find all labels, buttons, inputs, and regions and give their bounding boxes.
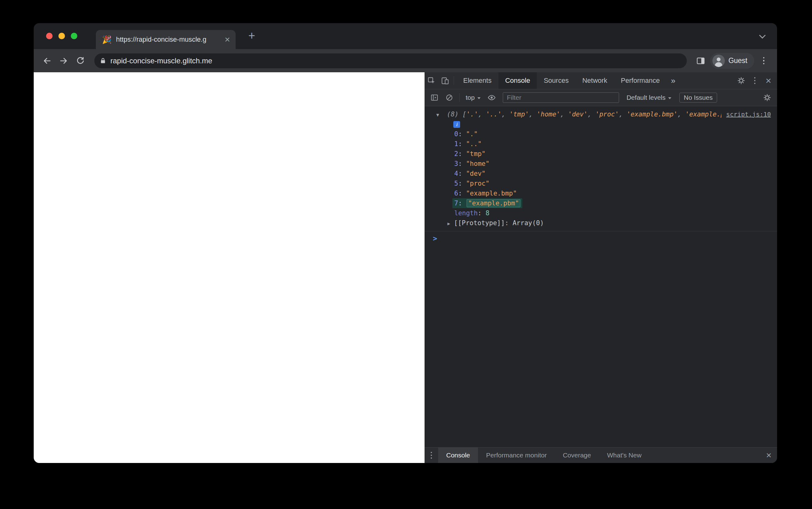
prototype-row[interactable]: ▶[[Prototype]]: Array(0) [425,218,777,229]
devtools-tabs: ElementsConsoleSourcesNetworkPerformance [457,72,667,89]
console-message: ▼ (8) ['.', '..', 'tmp', 'home', 'dev', … [425,109,777,231]
new-tab-button[interactable]: + [247,28,256,43]
back-button[interactable] [40,54,54,68]
kebab-icon [429,450,434,461]
devtools-settings-button[interactable] [735,74,748,88]
devtools-tabbar: ElementsConsoleSourcesNetworkPerformance… [425,72,777,89]
devtools-tab-sources[interactable]: Sources [537,72,575,89]
console-prompt-icon: > [433,234,437,242]
minimize-window-button[interactable] [58,33,65,39]
levels-selector[interactable]: Default levels [623,94,675,101]
array-item-7: 7: "example.pbm" [425,198,777,208]
drawer-tab-what-s-new[interactable]: What's New [599,447,649,463]
chevron-down-icon [668,97,671,99]
page-content [34,72,425,463]
devtools-menu-button[interactable] [748,74,761,88]
array-item-4: 4: "dev" [425,169,777,178]
tab-title: https://rapid-concise-muscle.g [116,36,219,43]
disclosure-closed-icon[interactable]: ▶ [447,221,450,227]
forward-icon [61,58,66,63]
drawer-tab-console[interactable]: Console [438,447,478,463]
browser-window: 🎉 https://rapid-concise-muscle.g × + rap… [34,23,777,463]
zoom-window-button[interactable] [71,33,77,39]
kebab-icon [752,75,757,86]
devtools-tab-console[interactable]: Console [498,72,537,89]
length-value: 8 [486,209,490,217]
clear-console-button[interactable] [442,91,456,104]
devtools-tab-performance[interactable]: Performance [614,72,667,89]
reload-icon [76,56,85,66]
issues-badge[interactable]: No Issues [679,93,717,103]
browser-menu-button[interactable] [757,54,771,68]
chevron-down-icon [477,97,480,99]
device-toolbar-button[interactable] [438,74,452,88]
drawer-tab-coverage[interactable]: Coverage [555,447,599,463]
levels-label: Default levels [626,94,665,101]
prototype-value: Array(0) [513,219,544,227]
traffic-lights [46,33,77,39]
drawer-menu-button[interactable] [425,448,438,462]
back-icon [44,58,50,63]
drawer-bar: ConsolePerformance monitorCoverageWhat's… [425,447,777,463]
console-settings-button[interactable] [760,91,774,104]
filter-input[interactable] [503,92,619,103]
browser-tab[interactable]: 🎉 https://rapid-concise-muscle.g × [96,30,236,49]
live-expression-button[interactable] [485,91,498,104]
close-window-button[interactable] [46,33,53,39]
array-item-1: 1: ".." [425,139,777,149]
side-panel-icon [696,56,705,66]
tab-favicon-icon: 🎉 [102,36,112,43]
array-preview: (8) ['.', '..', 'tmp', 'home', 'dev', 'p… [447,109,721,119]
context-selector[interactable]: top [463,94,483,101]
inspect-icon [427,77,436,85]
url-text: rapid-concise-muscle.glitch.me [111,57,212,65]
window-content: ElementsConsoleSourcesNetworkPerformance… [34,72,777,463]
tab-strip: 🎉 https://rapid-concise-muscle.g × + [34,23,777,49]
profile-button[interactable]: Guest [710,53,754,69]
forward-button[interactable] [57,54,71,68]
profile-label: Guest [728,57,747,65]
tab-search-chevron-icon[interactable] [758,32,766,40]
devtools-tabbar-right: × [735,74,777,88]
address-bar[interactable]: rapid-concise-muscle.glitch.me [94,54,687,68]
array-preview-row[interactable]: ▼ (8) ['.', '..', 'tmp', 'home', 'dev', … [425,109,777,120]
drawer-close-button[interactable]: × [760,451,777,460]
array-item-5: 5: "proc" [425,178,777,189]
array-item-0: 0: "." [425,129,777,139]
reload-button[interactable] [73,54,88,68]
tab-close-icon[interactable]: × [223,35,231,44]
context-label: top [466,94,475,101]
console-sidebar-button[interactable] [428,91,441,104]
eye-icon [487,93,496,102]
array-length-row: length: 8 [425,208,777,218]
evaluated-info-row: i [425,120,777,129]
info-icon[interactable]: i [453,121,460,128]
drawer-tab-performance-monitor[interactable]: Performance monitor [478,447,555,463]
source-link[interactable]: script.js:10 [726,109,771,119]
disclosure-open-icon[interactable]: ▼ [436,110,447,120]
gear-icon [737,77,745,84]
devtools-close-button[interactable]: × [761,76,775,86]
lock-icon [99,57,107,65]
console-sidebar-icon [431,94,438,102]
divider [454,76,454,85]
avatar-icon [712,55,725,67]
length-label: length [454,209,478,217]
device-toolbar-icon [441,77,449,85]
devtools-panel: ElementsConsoleSourcesNetworkPerformance… [425,72,777,463]
side-panel-button[interactable] [694,54,708,68]
console-toolbar: top Default levels No Issues [425,89,777,106]
console-messages: ▼ (8) ['.', '..', 'tmp', 'home', 'dev', … [425,106,777,447]
gear-icon [763,94,771,102]
devtools-tab-elements[interactable]: Elements [457,72,498,89]
console-prompt-row[interactable]: > [425,231,777,242]
prototype-label: [[Prototype]] [454,219,505,227]
drawer-tabs: ConsolePerformance monitorCoverageWhat's… [438,447,650,463]
kebab-icon [761,55,767,66]
divider [459,93,460,102]
more-tabs-button[interactable]: » [667,76,680,86]
inspect-element-button[interactable] [425,74,438,88]
devtools-tab-network[interactable]: Network [575,72,614,89]
array-items: 0: "."1: ".."2: "tmp"3: "home"4: "dev"5:… [425,129,777,208]
browser-toolbar: rapid-concise-muscle.glitch.me Guest [34,49,777,72]
